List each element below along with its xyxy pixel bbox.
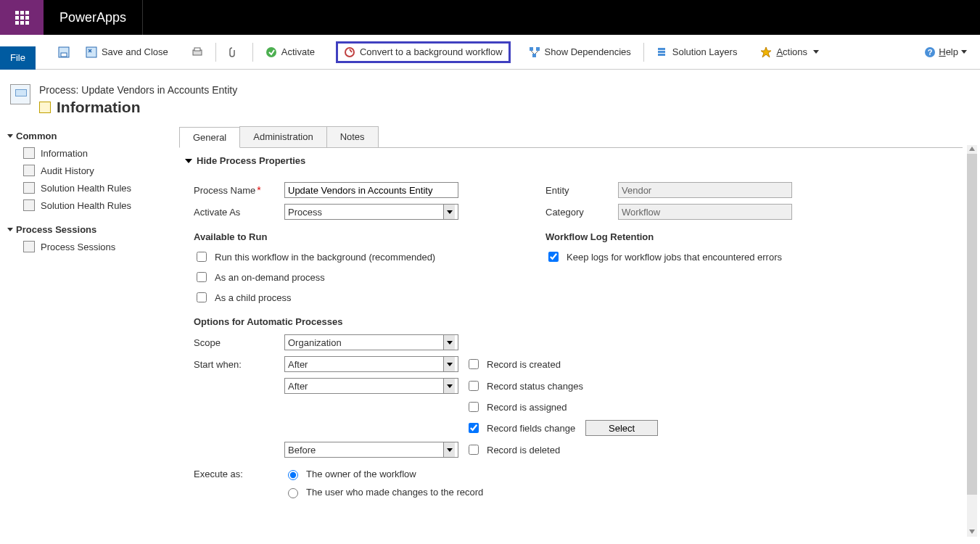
on-demand-checkbox[interactable] <box>197 272 207 282</box>
activate-icon <box>265 46 277 58</box>
record-deleted-checkbox[interactable] <box>469 445 479 455</box>
start-when-select-3[interactable]: Before <box>284 442 458 458</box>
execute-as-owner-label: The owner of the workflow <box>306 469 416 479</box>
tab-notes[interactable]: Notes <box>326 126 379 147</box>
available-to-run-heading: Available to Run <box>179 223 458 247</box>
activate-as-label: Activate As <box>194 207 284 218</box>
show-dependencies-button[interactable]: Show Dependencies <box>521 41 639 63</box>
svg-marker-13 <box>761 47 771 57</box>
scroll-up-icon <box>969 147 975 151</box>
sidebar-item-process-sessions[interactable]: Process Sessions <box>7 238 167 255</box>
chevron-down-icon <box>443 442 455 457</box>
record-assigned-checkbox[interactable] <box>469 402 479 412</box>
svg-rect-8 <box>536 47 540 51</box>
save-and-close-label: Save and Close <box>102 46 168 57</box>
help-icon: ? <box>924 46 936 58</box>
chevron-down-icon <box>443 335 455 350</box>
scope-label: Scope <box>194 337 284 348</box>
attach-button[interactable] <box>221 41 248 63</box>
save-button[interactable] <box>50 41 78 63</box>
chevron-down-icon <box>961 50 967 54</box>
svg-text:?: ? <box>928 48 933 57</box>
sidebar: Common Information Audit History Solutio… <box>0 125 174 516</box>
record-created-checkbox[interactable] <box>469 359 479 369</box>
execute-as-owner-radio[interactable] <box>288 470 298 480</box>
svg-rect-4 <box>194 48 200 51</box>
tab-administration[interactable]: Administration <box>239 126 326 147</box>
svg-rect-7 <box>530 47 533 51</box>
collapse-icon <box>7 228 13 231</box>
hide-process-properties-toggle[interactable]: Hide Process Properties <box>179 148 963 172</box>
execute-as-label: Execute as: <box>194 469 284 479</box>
convert-label: Convert to a background workflow <box>360 46 503 57</box>
dependencies-icon <box>529 46 540 58</box>
record-status-checkbox[interactable] <box>469 381 479 391</box>
file-tab[interactable]: File <box>0 46 36 70</box>
auto-processes-heading: Options for Automatic Processes <box>179 308 963 331</box>
category-field: Workflow <box>618 204 792 220</box>
save-close-icon <box>86 46 97 58</box>
category-label: Category <box>545 207 618 218</box>
convert-to-background-button[interactable]: Convert to a background workflow <box>336 41 511 63</box>
tab-bar: General Administration Notes <box>179 126 963 148</box>
activate-button[interactable]: Activate <box>258 41 323 63</box>
help-menu[interactable]: ? Help <box>924 46 974 58</box>
record-fields-checkbox[interactable] <box>469 423 479 433</box>
save-icon <box>58 46 70 58</box>
print-button[interactable] <box>184 41 211 63</box>
sidebar-item-solution-health-rules[interactable]: Solution Health Rules <box>7 179 167 197</box>
keep-logs-label: Keep logs for workflow jobs that encount… <box>567 252 782 263</box>
chevron-down-icon <box>443 357 455 371</box>
on-demand-label: As an on-demand process <box>215 272 325 283</box>
collapse-icon <box>7 134 13 138</box>
convert-icon <box>344 46 355 58</box>
process-name-label: Process Name* <box>194 184 284 196</box>
layers-icon <box>656 46 668 58</box>
page-header: Process: Update Vendors in Accounts Enti… <box>0 70 980 125</box>
actions-menu[interactable]: Actions <box>752 41 827 63</box>
child-process-checkbox[interactable] <box>197 292 207 302</box>
start-when-select-2[interactable]: After <box>284 378 458 394</box>
sidebar-item-solution-health-rules-2[interactable]: Solution Health Rules <box>7 197 167 214</box>
waffle-icon <box>15 11 29 25</box>
chevron-down-icon <box>443 379 455 393</box>
breadcrumb: Process: Update Vendors in Accounts Enti… <box>39 84 237 96</box>
app-launcher[interactable] <box>0 0 44 35</box>
information-icon <box>39 102 51 113</box>
svg-point-6 <box>345 48 354 57</box>
execute-as-user-label: The user who made changes to the record <box>306 487 483 498</box>
svg-rect-1 <box>61 53 67 57</box>
svg-rect-11 <box>658 51 665 53</box>
run-background-checkbox[interactable] <box>197 252 207 262</box>
sidebar-item-audit-history[interactable]: Audit History <box>7 162 167 179</box>
sidebar-item-information[interactable]: Information <box>7 144 167 162</box>
svg-marker-14 <box>813 50 819 54</box>
app-name: PowerApps <box>44 0 143 35</box>
tab-general[interactable]: General <box>179 127 240 148</box>
start-when-select-1[interactable]: After <box>284 356 458 372</box>
execute-as-user-radio[interactable] <box>288 488 298 498</box>
scrollbar[interactable] <box>967 145 977 516</box>
paperclip-icon <box>228 46 240 58</box>
process-name-input[interactable] <box>284 182 458 198</box>
start-when-label: Start when: <box>194 359 284 370</box>
keep-logs-checkbox[interactable] <box>548 252 559 262</box>
help-label: Help <box>939 46 958 57</box>
select-fields-button[interactable]: Select <box>585 420 658 436</box>
solution-layers-button[interactable]: Solution Layers <box>648 41 746 63</box>
sidebar-group-process-sessions[interactable]: Process Sessions <box>7 221 167 238</box>
activate-as-select[interactable]: Process <box>284 204 458 220</box>
svg-rect-10 <box>658 48 665 50</box>
scroll-thumb[interactable] <box>967 154 977 495</box>
scope-select[interactable]: Organization <box>284 334 458 350</box>
record-fields-label: Record fields change <box>487 423 575 434</box>
sidebar-group-common[interactable]: Common <box>7 128 167 144</box>
health-icon <box>23 199 35 211</box>
actions-icon <box>760 46 772 58</box>
record-status-label: Record status changes <box>487 381 583 392</box>
doc-icon <box>23 147 35 159</box>
record-assigned-label: Record is assigned <box>487 402 567 413</box>
svg-point-5 <box>266 47 276 57</box>
solution-layers-label: Solution Layers <box>672 46 738 57</box>
save-and-close-button[interactable]: Save and Close <box>78 41 176 63</box>
